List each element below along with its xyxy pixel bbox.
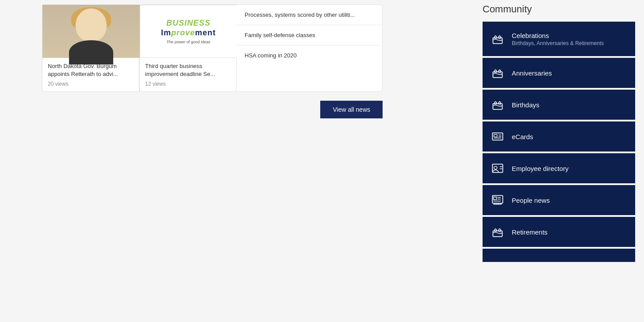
svg-rect-16 [494,134,497,137]
news-list-item-1[interactable]: Processes, systems scored by other utili… [237,5,382,25]
retirements-label: Retirements [512,228,548,236]
birthday-icon [491,98,505,112]
people-news-label: People news [512,197,550,204]
community-item-people-news[interactable]: People news [483,185,635,215]
news-list-item-2[interactable]: Family self-defense classes [237,25,382,45]
main-area: North Dakota Gov. Burgum appoints Retter… [0,0,474,322]
svg-rect-0 [493,38,502,44]
news-card-1-views: 20 views [48,81,134,87]
birthdays-label: Birthdays [512,101,540,109]
biz-tagline: The power of good ideas [161,40,216,44]
directory-icon [491,161,505,175]
community-item-retirements[interactable]: Retirements [483,217,635,247]
svg-rect-30 [493,231,502,237]
cake-icon [491,32,505,46]
anniversary-icon [491,66,505,80]
news-cards-row: North Dakota Gov. Burgum appoints Retter… [42,4,465,92]
news-card-1[interactable]: North Dakota Gov. Burgum appoints Retter… [42,4,139,92]
anniversaries-label: Anniversaries [512,69,552,77]
community-item-celebrations[interactable]: Celebrations Birthdays, Anniversaries & … [483,22,635,56]
news-card-2-views: 12 views [145,81,231,87]
biz-logo: BUSINESS Improvement The power of good i… [161,19,216,44]
news-card-2-title: Third quarter business improvement deadl… [145,62,231,78]
biz-word-business: BUSINESS [166,19,211,27]
page-wrapper: North Dakota Gov. Burgum appoints Retter… [0,0,644,322]
view-all-row: View all news [42,101,383,118]
ecard-icon [491,129,505,144]
svg-rect-5 [493,72,502,78]
biz-title-line2: Improvement [161,28,216,38]
community-item-birthdays[interactable]: Birthdays [483,90,635,120]
celebrations-sublabel: Birthdays, Anniversaries & Retirements [512,40,604,46]
right-sidebar: Community Celebrations Birthdays, Annive… [474,0,644,322]
news-card-2[interactable]: BUSINESS Improvement The power of good i… [139,4,237,92]
community-title: Community [483,0,635,15]
person-photo [42,5,140,58]
svg-rect-25 [494,197,497,200]
news-list-card: Processes, systems scored by other utili… [237,4,383,92]
community-item-ecards[interactable]: eCards [483,121,635,152]
community-item-more[interactable] [483,249,635,262]
biz-title-line1: BUSINESS [161,19,216,28]
more-icon [491,249,505,262]
view-all-news-button[interactable]: View all news [320,101,383,118]
community-item-anniversaries[interactable]: Anniversaries [483,58,635,88]
svg-rect-10 [493,104,502,110]
news-list-item-3[interactable]: HSA coming in 2020 [237,45,382,65]
people-news-icon [491,193,505,207]
svg-point-21 [494,166,497,169]
employee-directory-label: Employee directory [512,165,568,172]
retirement-icon [491,225,505,239]
ecards-label: eCards [512,133,533,140]
news-card-1-title: North Dakota Gov. Burgum appoints Retter… [48,62,134,78]
community-item-employee-directory[interactable]: Employee directory [483,153,635,183]
celebrations-label: Celebrations [512,32,604,39]
biz-logo-area: BUSINESS Improvement The power of good i… [140,5,237,58]
